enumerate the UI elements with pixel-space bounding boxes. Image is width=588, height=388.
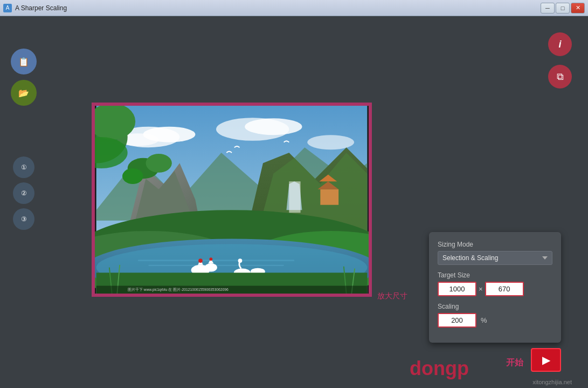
info-icon: i	[558, 39, 561, 50]
scaling-inputs: %	[438, 313, 552, 328]
target-size-label: Target Size	[438, 271, 552, 279]
step3-button[interactable]: ③	[13, 208, 34, 230]
scaling-input[interactable]	[438, 313, 476, 328]
svg-rect-16	[289, 181, 300, 213]
svg-rect-17	[320, 189, 338, 205]
step1-button[interactable]: ①	[13, 156, 34, 178]
maximize-button[interactable]: □	[556, 3, 570, 13]
layers-icon: ⧉	[557, 71, 564, 83]
start-text-overlay: 开始	[506, 357, 523, 369]
app-icon: A	[3, 4, 12, 12]
target-size-inputs: ×	[438, 282, 552, 296]
svg-rect-25	[138, 260, 294, 261]
svg-text:图片千下 www.pic1qrbtu 在 图片-201210: 图片千下 www.pic1qrbtu 在 图片-2012100615590635…	[128, 288, 229, 292]
svg-point-6	[307, 135, 354, 149]
step2-label: ②	[21, 189, 27, 197]
minimize-button[interactable]: ─	[541, 3, 555, 13]
enlarge-text-overlay: 放大尺寸	[377, 291, 407, 301]
sizing-mode-label: Sizing Mode	[438, 241, 552, 248]
folder-icon: 📂	[18, 88, 29, 98]
watermark-text: xitongzhijia.net	[532, 379, 572, 385]
image-canvas: 图片千下 www.pic1qrbtu 在 图片-2012100615590635…	[95, 106, 369, 294]
info-button[interactable]: i	[548, 32, 572, 56]
window-controls: ─ □ ✕	[541, 3, 585, 13]
paste-button[interactable]: 📋	[11, 49, 37, 74]
step1-label: ①	[21, 164, 27, 171]
svg-point-31	[198, 258, 203, 263]
svg-point-32	[209, 257, 212, 261]
size-separator: ×	[479, 285, 483, 293]
close-button[interactable]: ✕	[571, 3, 585, 13]
sizing-mode-row: Sizing Mode Selection & Scaling Fixed Si…	[438, 241, 552, 265]
svg-point-28	[205, 263, 217, 271]
play-button[interactable]: ▶	[531, 348, 561, 372]
target-width-input[interactable]	[438, 282, 476, 296]
step2-button[interactable]: ②	[13, 182, 34, 204]
play-icon: ▶	[542, 353, 550, 366]
target-size-row: Target Size ×	[438, 271, 552, 296]
title-bar: A A Sharper Scaling ─ □ ✕	[0, 0, 588, 16]
svg-point-5	[245, 118, 302, 135]
target-height-input[interactable]	[485, 282, 524, 296]
svg-point-12	[122, 168, 143, 184]
open-folder-button[interactable]: 📂	[11, 80, 37, 106]
settings-panel: Sizing Mode Selection & Scaling Fixed Si…	[429, 232, 561, 343]
layers-button[interactable]: ⧉	[548, 65, 572, 89]
sizing-mode-select[interactable]: Selection & Scaling Fixed Size Percentag…	[438, 251, 552, 265]
paste-icon: 📋	[18, 57, 29, 67]
step3-label: ③	[21, 215, 27, 223]
scaling-row: Scaling %	[438, 303, 552, 328]
dong-watermark: dongp	[410, 357, 469, 380]
left-toolbar: 📋 📂	[11, 49, 37, 106]
image-preview: 图片千下 www.pic1qrbtu 在 图片-2012100615590635…	[92, 103, 372, 297]
svg-point-11	[146, 154, 172, 173]
main-area: 📋 📂 ① ② ③	[0, 16, 588, 388]
scaling-unit: %	[481, 316, 487, 324]
window-title: A Sharper Scaling	[15, 4, 67, 12]
svg-point-35	[238, 258, 243, 263]
scaling-label: Scaling	[438, 303, 552, 310]
step-buttons: ① ② ③	[13, 156, 34, 230]
landscape-image: 图片千下 www.pic1qrbtu 在 图片-2012100615590635…	[95, 106, 369, 294]
titlebar-left: A A Sharper Scaling	[3, 4, 67, 12]
